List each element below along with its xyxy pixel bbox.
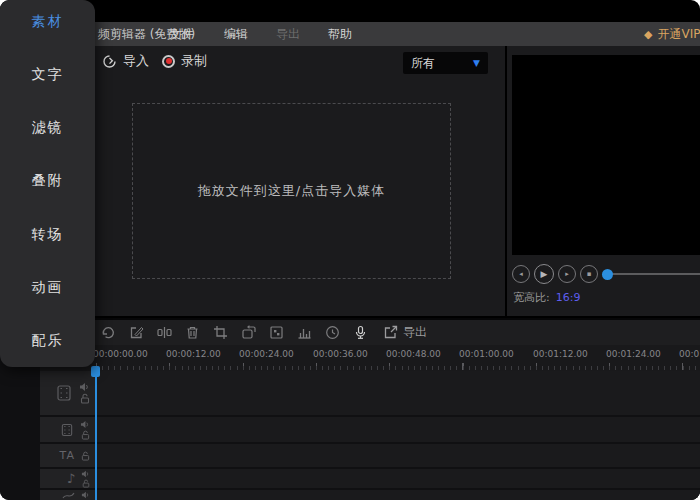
previous-frame-button[interactable]: ◂	[512, 265, 530, 283]
rotate-button[interactable]	[240, 324, 257, 341]
text-track-header[interactable]: TA	[40, 444, 96, 467]
curve-icon	[62, 491, 75, 500]
mute-icon[interactable]	[81, 470, 90, 478]
film-icon	[60, 423, 74, 437]
edit-toolbar: 导出	[0, 318, 700, 345]
diamond-icon: ◆	[644, 29, 652, 40]
voiceover-button[interactable]	[352, 324, 369, 341]
seek-handle[interactable]	[602, 269, 613, 280]
video-track-lane[interactable]	[96, 371, 700, 415]
ruler-minor-ticks	[96, 366, 700, 370]
mute-icon[interactable]	[81, 491, 90, 499]
record-icon	[162, 55, 175, 68]
levels-icon	[297, 325, 312, 340]
next-frame-button[interactable]: ▸	[558, 265, 576, 283]
aspect-ratio-label: 宽高比:	[513, 291, 550, 304]
open-vip-button[interactable]: ◆ 开通VIP	[644, 22, 700, 46]
video2-track-header[interactable]	[40, 417, 96, 442]
video2-track-lane[interactable]	[96, 417, 700, 442]
sidebar-item-overlay[interactable]: 叠附	[0, 169, 95, 191]
ruler-label: 00:00:00.00	[93, 349, 148, 359]
film-icon	[55, 384, 73, 402]
video-editor-window: 频剪辑器 (免费版) 文件 编辑 导出 帮助 ◆ 开通VIP 导入 录制 所有 …	[0, 0, 700, 500]
preview-panel: ◂ ▶ ▸ ▪ 宽高比:16:9	[507, 46, 700, 316]
effect-track-header[interactable]	[40, 490, 96, 500]
record-label: 录制	[181, 52, 207, 70]
video-track-header[interactable]	[40, 371, 96, 415]
menu-help[interactable]: 帮助	[328, 22, 352, 46]
rotate-icon	[241, 325, 256, 340]
aspect-ratio-value[interactable]: 16:9	[556, 291, 581, 304]
crop-button[interactable]	[212, 324, 229, 341]
playback-controls: ◂ ▶ ▸ ▪	[512, 263, 700, 285]
sidebar-item-animation[interactable]: 动画	[0, 276, 95, 298]
mute-icon[interactable]	[79, 382, 90, 392]
text-track-lane[interactable]	[96, 444, 700, 467]
media-filter-dropdown[interactable]: 所有 ▼	[403, 52, 488, 74]
seek-bar[interactable]	[602, 269, 700, 279]
audio-track-header[interactable]: ♪	[40, 469, 96, 488]
sidebar-item-material[interactable]: 素材	[0, 10, 95, 32]
sidebar-item-music[interactable]: 配乐	[0, 329, 95, 351]
media-dropzone[interactable]: 拖放文件到这里/点击导入媒体	[132, 103, 451, 279]
sidebar-item-transition[interactable]: 转场	[0, 223, 95, 245]
export-button[interactable]: 导出	[383, 324, 427, 341]
levels-button[interactable]	[296, 324, 313, 341]
playhead-handle[interactable]	[91, 366, 100, 377]
music-note-icon: ♪	[67, 472, 75, 485]
import-label: 导入	[123, 52, 149, 70]
ruler-label: 00:01:12.00	[533, 349, 588, 359]
lock-icon[interactable]	[81, 430, 90, 440]
dropdown-value: 所有	[411, 55, 435, 72]
stop-button[interactable]: ▪	[580, 265, 598, 283]
ruler-label: 00:00:48.00	[386, 349, 441, 359]
split-icon	[157, 325, 172, 340]
clock-icon	[325, 325, 340, 340]
vip-label: 开通VIP	[657, 26, 700, 43]
split-button[interactable]	[156, 324, 173, 341]
aspect-ratio-row: 宽高比:16:9	[513, 290, 580, 305]
delete-button[interactable]	[184, 324, 201, 341]
microphone-icon	[353, 325, 368, 340]
menu-edit[interactable]: 编辑	[224, 22, 248, 46]
dropzone-text: 拖放文件到这里/点击导入媒体	[198, 182, 385, 200]
mosaic-button[interactable]	[268, 324, 285, 341]
import-button[interactable]: 导入	[102, 52, 149, 70]
lock-icon[interactable]	[80, 393, 90, 404]
export-icon	[383, 325, 398, 340]
timeline-panel: 00:00:00.00 00:00:12.00 00:00:24.00 00:0…	[0, 345, 700, 500]
effect-track-lane[interactable]	[96, 490, 700, 500]
edit-button[interactable]	[128, 324, 145, 341]
media-library-panel: 导入 录制 所有 ▼ 拖放文件到这里/点击导入媒体	[40, 46, 505, 316]
chevron-down-icon: ▼	[473, 58, 480, 68]
redo-icon	[101, 325, 116, 340]
ruler-label: 00:01:36.00	[679, 349, 700, 359]
edit-icon	[129, 325, 144, 340]
sidebar-item-filter[interactable]: 滤镜	[0, 116, 95, 138]
mosaic-icon	[269, 325, 284, 340]
redo-button[interactable]	[100, 324, 117, 341]
menu-file[interactable]: 文件	[170, 22, 194, 46]
export-label: 导出	[403, 324, 427, 341]
video-viewport	[512, 55, 700, 255]
ruler-label: 00:00:24.00	[239, 349, 294, 359]
mute-icon[interactable]	[80, 420, 90, 429]
menu-bar: 频剪辑器 (免费版) 文件 编辑 导出 帮助 ◆ 开通VIP	[0, 22, 700, 46]
duration-button[interactable]	[324, 324, 341, 341]
playhead-line[interactable]	[95, 368, 97, 500]
import-icon	[102, 54, 117, 69]
timeline-ruler[interactable]: 00:00:00.00 00:00:12.00 00:00:24.00 00:0…	[40, 345, 700, 371]
lock-icon[interactable]	[81, 451, 90, 461]
audio-track-lane[interactable]	[96, 469, 700, 488]
trash-icon	[185, 325, 200, 340]
menu-export: 导出	[276, 22, 300, 46]
play-button[interactable]: ▶	[534, 264, 554, 284]
record-button[interactable]: 录制	[162, 52, 207, 70]
seek-track	[610, 273, 700, 275]
ruler-label: 00:00:12.00	[166, 349, 221, 359]
ruler-label: 00:00:36.00	[313, 349, 368, 359]
sidebar-category-menu: 素材 文字 滤镜 叠附 转场 动画 配乐	[0, 0, 95, 367]
lock-icon[interactable]	[82, 479, 90, 488]
sidebar-item-text[interactable]: 文字	[0, 63, 95, 85]
ruler-label: 00:01:00.00	[459, 349, 514, 359]
